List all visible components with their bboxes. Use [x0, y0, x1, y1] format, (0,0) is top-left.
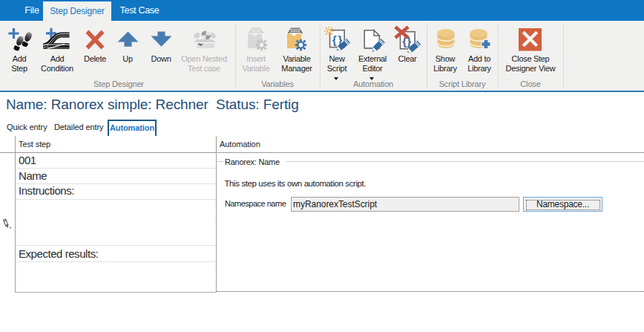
svg-text:{: { — [332, 33, 337, 46]
